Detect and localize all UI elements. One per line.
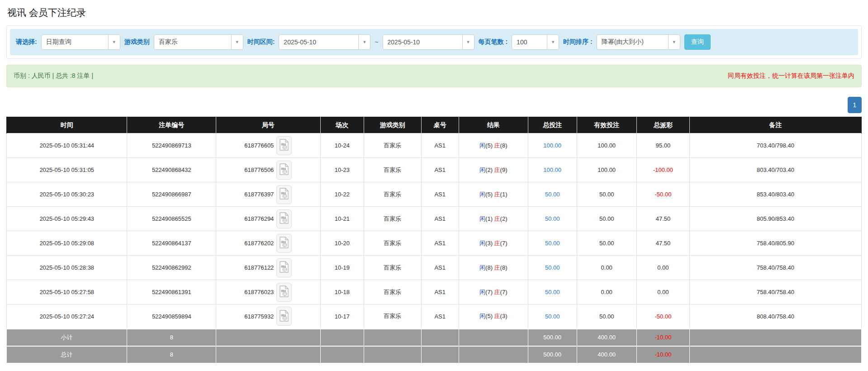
page-size-value: 100 xyxy=(512,35,547,49)
round-id-value: 618776122 xyxy=(244,264,274,271)
cell-bet-id: 522490866987 xyxy=(127,182,216,207)
pagination-page-1[interactable]: 1 xyxy=(848,97,862,113)
result-player-label: 闲 xyxy=(479,264,485,271)
round-id-group: 618776506 xyxy=(218,161,318,180)
total-bet-link[interactable]: 100.00 xyxy=(543,142,561,149)
table-row: 2025-05-10 05:31:44522490869713618776605… xyxy=(7,133,862,158)
cell-game-type: 百家乐 xyxy=(364,304,421,329)
total-bet-link[interactable]: 50.00 xyxy=(545,215,560,222)
cell-round-id: 618776397 xyxy=(216,182,321,207)
chevron-down-icon: ▼ xyxy=(668,35,680,49)
result-banker-label: 庄 xyxy=(494,264,500,271)
total-bet-link[interactable]: 50.00 xyxy=(545,313,560,320)
chevron-down-icon: ▼ xyxy=(462,35,474,49)
total-count: 8 xyxy=(127,346,216,363)
cell-game-type: 百家乐 xyxy=(364,207,421,231)
video-replay-button[interactable] xyxy=(276,136,292,155)
header-result: 结果 xyxy=(459,117,528,133)
result-player-count: (2) xyxy=(485,166,494,173)
total-bet-link[interactable]: 50.00 xyxy=(545,289,560,295)
cell-session: 10-21 xyxy=(320,207,364,231)
page-container: 视讯 会员下注纪录 请选择: 日期查询 ▼ 游戏类别 百家乐 ▼ 时间区间: 2… xyxy=(0,0,868,364)
bet-records-table: 时间 注单编号 局号 场次 游戏类别 桌号 结果 总投注 有效投注 总派彩 备注… xyxy=(6,117,862,364)
video-file-icon xyxy=(280,310,289,323)
date-from-select[interactable]: 2025-05-10 ▼ xyxy=(279,34,370,50)
round-id-group: 618776023 xyxy=(218,283,318,302)
game-type-select[interactable]: 百家乐 ▼ xyxy=(154,34,243,50)
cell-result: 闲(5) 庄(3) xyxy=(459,304,528,329)
cell-valid-bet: 0.00 xyxy=(577,256,636,280)
cell-total-bet: 100.00 xyxy=(528,158,577,182)
date-from-value: 2025-05-10 xyxy=(279,35,358,49)
cell-table-no: AS1 xyxy=(421,207,459,231)
round-id-group: 618776397 xyxy=(218,185,318,204)
cell-remark: 703.40/798.40 xyxy=(690,133,862,158)
result-player-label: 闲 xyxy=(479,313,485,319)
table-row: 2025-05-10 05:27:58522490861391618776023… xyxy=(7,280,862,304)
cell-game-type: 百家乐 xyxy=(364,182,421,207)
query-mode-select[interactable]: 日期查询 ▼ xyxy=(41,34,120,50)
video-replay-button[interactable] xyxy=(276,161,292,180)
video-replay-button[interactable] xyxy=(276,307,292,326)
cell-table-no: AS1 xyxy=(421,133,459,158)
cell-game-type: 百家乐 xyxy=(364,280,421,304)
total-bet-link[interactable]: 100.00 xyxy=(543,166,561,173)
video-replay-button[interactable] xyxy=(276,209,292,228)
video-replay-button[interactable] xyxy=(276,283,292,302)
summary-note: 同局有效投注，统一计算在该局第一张注单内 xyxy=(728,72,854,80)
cell-game-type: 百家乐 xyxy=(364,133,421,158)
time-sort-select[interactable]: 降幂(由大到小) ▼ xyxy=(597,34,680,50)
round-id-group: 618776605 xyxy=(218,136,318,155)
header-valid-bet: 有效投注 xyxy=(577,117,636,133)
cell-table-no: AS1 xyxy=(421,182,459,207)
cell-total-bet: 100.00 xyxy=(528,133,577,158)
cell-remark: 805.90/853.40 xyxy=(690,207,862,231)
page-size-select[interactable]: 100 ▼ xyxy=(512,34,559,50)
header-table-no: 桌号 xyxy=(421,117,459,133)
result-banker-label: 庄 xyxy=(494,240,500,247)
subtotal-total-bet: 500.00 xyxy=(528,329,577,346)
subtotal-row: 小计 8 500.00 400.00 -10.00 xyxy=(7,329,862,346)
round-id-group: 618776202 xyxy=(218,234,318,253)
time-range-label: 时间区间: xyxy=(247,38,275,46)
cell-remark: 758.40/805.90 xyxy=(690,231,862,256)
result-banker-count: (2) xyxy=(500,215,508,222)
cell-session: 10-24 xyxy=(320,133,364,158)
search-button[interactable]: 查询 xyxy=(684,34,711,50)
cell-remark: 758.40/758.40 xyxy=(690,256,862,280)
header-remark: 备注 xyxy=(690,117,862,133)
cell-total-bet: 50.00 xyxy=(528,304,577,329)
cell-time: 2025-05-10 05:27:24 xyxy=(7,304,127,329)
cell-valid-bet: 50.00 xyxy=(577,207,636,231)
header-payout: 总派彩 xyxy=(636,117,689,133)
video-replay-button[interactable] xyxy=(276,258,292,277)
cell-remark: 853.40/803.40 xyxy=(690,182,862,207)
pagination: 1 xyxy=(6,97,862,113)
cell-result: 闲(7) 庄(7) xyxy=(459,280,528,304)
total-bet-link[interactable]: 50.00 xyxy=(545,191,560,198)
cell-round-id: 618776023 xyxy=(216,280,321,304)
header-game-type: 游戏类别 xyxy=(364,117,421,133)
round-id-group: 618775932 xyxy=(218,307,318,326)
summary-bar: 币别 : 人民币 | 总共 :8 注单 | 同局有效投注，统一计算在该局第一张注… xyxy=(6,65,862,87)
cell-total-bet: 50.00 xyxy=(528,256,577,280)
cell-payout: -100.00 xyxy=(636,158,689,182)
game-type-value: 百家乐 xyxy=(154,35,231,49)
table-row: 2025-05-10 05:30:23522490866987618776397… xyxy=(7,182,862,207)
chevron-down-icon: ▼ xyxy=(231,35,243,49)
video-replay-button[interactable] xyxy=(276,234,292,253)
total-bet-link[interactable]: 50.00 xyxy=(545,240,560,247)
total-bet-link[interactable]: 50.00 xyxy=(545,264,560,271)
header-round-id: 局号 xyxy=(216,117,321,133)
round-id-value: 618776023 xyxy=(244,289,274,295)
table-row: 2025-05-10 05:28:38522490862992618776122… xyxy=(7,256,862,280)
cell-round-id: 618776122 xyxy=(216,256,321,280)
video-replay-button[interactable] xyxy=(276,185,292,204)
result-player-label: 闲 xyxy=(479,289,485,295)
summary-currency-count: 币别 : 人民币 | 总共 :8 注单 | xyxy=(14,72,93,80)
date-to-select[interactable]: 2025-05-10 ▼ xyxy=(383,34,474,50)
result-player-count: (7) xyxy=(485,289,494,295)
table-row: 2025-05-10 05:29:08522490864137618776202… xyxy=(7,231,862,256)
cell-time: 2025-05-10 05:31:05 xyxy=(7,158,127,182)
filter-bar: 请选择: 日期查询 ▼ 游戏类别 百家乐 ▼ 时间区间: 2025-05-10 … xyxy=(10,29,858,55)
